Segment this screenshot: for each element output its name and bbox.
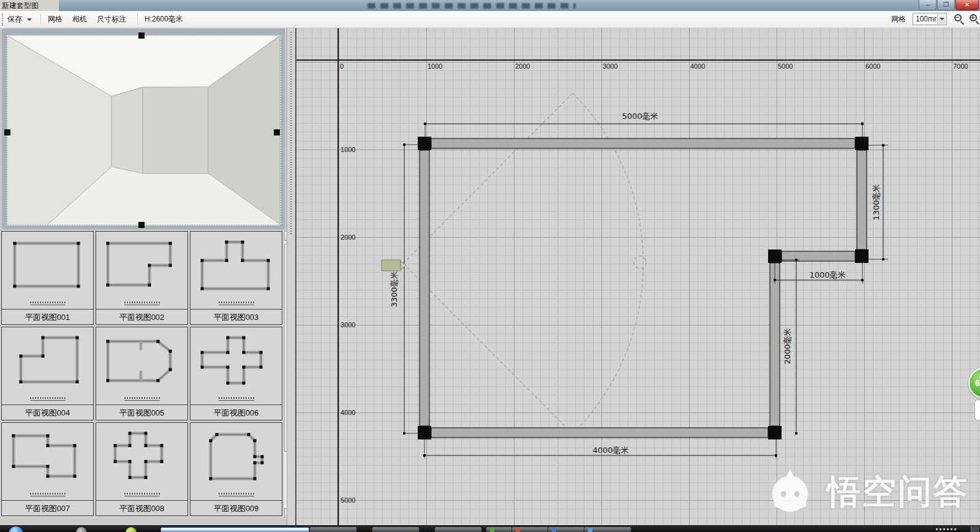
thumbnail-caption	[219, 493, 254, 496]
thumbnail-label: 平面视图007	[2, 500, 93, 515]
dimension: 1000毫米	[774, 263, 864, 284]
tray-app-sphere[interactable]	[76, 527, 87, 532]
dimension-label: 1000毫米	[809, 270, 845, 279]
save-button[interactable]: 保存	[7, 11, 32, 28]
selection-handle	[138, 32, 145, 39]
column	[768, 426, 782, 439]
passage-wall	[111, 88, 143, 173]
column	[418, 137, 431, 150]
plan-thumbnail[interactable]: 平面视图009	[190, 422, 282, 516]
thumbnail-caption	[124, 493, 160, 496]
dimension-label: 1300毫米	[872, 184, 881, 220]
thumbnail-caption	[30, 397, 66, 401]
task-button-2[interactable]	[372, 526, 420, 532]
thumbnail-label: 平面视图008	[96, 500, 187, 515]
thumbnail-caption	[124, 397, 160, 401]
thumbnail-label: 平面视图002	[96, 309, 187, 324]
dimension-label: 3300毫米	[390, 271, 399, 307]
selection-handle	[274, 129, 280, 135]
3d-preview-viewport[interactable]	[2, 29, 285, 229]
grid-size-combobox[interactable]: 100mr	[913, 13, 947, 25]
watermark-text: 悟空问答	[827, 469, 969, 515]
plan-thumbnail[interactable]: 平面视图001	[1, 231, 94, 325]
thumbnail-caption	[30, 493, 66, 496]
camera-marker	[382, 260, 406, 271]
thumbnail-label: 平面视图006	[190, 405, 282, 420]
grid-size-label: 网格	[891, 11, 906, 28]
toolbar-separator	[40, 13, 41, 25]
column	[855, 249, 869, 263]
left-wall	[420, 150, 429, 426]
start-orb[interactable]	[9, 526, 23, 532]
thumbnail-caption	[219, 302, 254, 305]
drawing-canvas[interactable]: 0100020003000400050006000700010002000300…	[295, 28, 980, 525]
right-upper-wall	[857, 150, 867, 249]
thumbnail-caption	[124, 302, 160, 305]
task-button-green-icon	[490, 528, 494, 532]
plan-thumbnail[interactable]: 平面视图004	[1, 327, 94, 420]
wall-height-value[interactable]: H:2600毫米	[145, 11, 183, 28]
grid-button[interactable]: 网格	[48, 11, 62, 28]
watermark: 悟空问答	[761, 465, 980, 514]
thumbnail-label: 平面视图003	[190, 309, 282, 324]
minimize-button[interactable]: –	[919, 0, 937, 10]
column	[418, 426, 431, 439]
toolbar-grip-icon	[2, 13, 4, 26]
plan-thumbnail[interactable]: 平面视图007	[1, 422, 94, 516]
panel-splitter[interactable]	[287, 28, 295, 525]
grid-size-value: 100mr	[916, 15, 937, 23]
save-label: 保存	[7, 15, 22, 23]
combobox-dropdown-icon[interactable]	[937, 14, 946, 24]
camera-button[interactable]: 相机	[72, 11, 87, 28]
dimension-label: 4000毫米	[592, 446, 628, 455]
fov-handle	[634, 256, 646, 268]
plan-thumbnail[interactable]: 平面视图008	[96, 422, 188, 516]
thumbnail-label: 平面视图001	[2, 309, 93, 324]
top-wall	[431, 139, 855, 148]
zoom-in-icon[interactable]: +	[970, 14, 977, 21]
dimension: 4000毫米	[423, 438, 777, 458]
zoom-out-icon[interactable]: −	[954, 14, 962, 21]
bottom-wall	[431, 428, 768, 438]
wukong-logo-icon	[761, 465, 822, 514]
plan-thumbnail-list: 平面视图001平面视图002平面视图003平面视图004平面视图005平面视图0…	[0, 231, 284, 519]
background-window-text	[368, 3, 576, 9]
column	[855, 137, 869, 150]
dimension-label: 5000毫米	[622, 112, 658, 121]
thumbnail-label: 平面视图009	[190, 500, 282, 515]
app-window: 新建套型图 – ❐ ✕ 保存 网格 相机 尺寸标注 H:2600毫米 网格 10…	[0, 0, 980, 532]
right-lower-wall	[770, 263, 780, 426]
title-bar: 新建套型图 – ❐ ✕	[0, 0, 980, 11]
taskbar[interactable]	[0, 525, 980, 532]
floor-plan-drawing[interactable]: 5000毫米1300毫米1000毫米2000毫米3300毫米4000毫米	[296, 28, 980, 525]
thumbnail-caption	[219, 397, 254, 401]
3d-room-preview	[2, 29, 285, 229]
thumbnail-caption	[30, 302, 66, 305]
assistant-badge-tab[interactable]	[974, 400, 980, 420]
task-button-3[interactable]	[434, 526, 482, 532]
task-button-window[interactable]	[584, 526, 631, 532]
plan-thumbnail[interactable]: 平面视图006	[190, 327, 282, 420]
window-preview-wide[interactable]	[160, 527, 309, 532]
dimension: 1300毫米	[867, 144, 888, 260]
thumbnail-label: 平面视图005	[96, 405, 187, 420]
selection-handle	[4, 129, 10, 135]
dimension-button[interactable]: 尺寸标注	[97, 11, 126, 28]
thumbnail-label: 平面视图004	[2, 405, 93, 420]
chevron-down-icon	[27, 18, 32, 21]
plan-thumbnail[interactable]: 平面视图005	[96, 327, 188, 420]
close-button[interactable]: ✕	[956, 0, 979, 10]
toolbar-separator	[137, 13, 138, 25]
task-button-red-icon	[516, 528, 520, 532]
taskbar-clock	[936, 528, 958, 531]
plan-thumbnail[interactable]: 平面视图002	[96, 231, 188, 325]
center-wall	[143, 87, 208, 173]
task-button-window-icon	[588, 528, 592, 532]
left-panel: 平面视图001平面视图002平面视图003平面视图004平面视图005平面视图0…	[0, 28, 295, 525]
plan-thumbnail[interactable]: 平面视图003	[190, 231, 282, 325]
task-button-1[interactable]	[309, 526, 357, 532]
app-green-sphere[interactable]	[126, 527, 137, 532]
column	[768, 249, 782, 263]
maximize-button[interactable]: ❐	[937, 0, 955, 10]
show-desktop[interactable]	[971, 526, 979, 532]
